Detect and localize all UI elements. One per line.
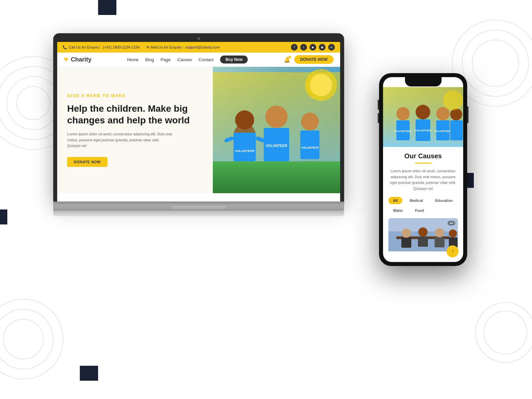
svg-text:VOLUNTEER: VOLUNTEER bbox=[235, 149, 254, 153]
phone-card-image: ●● bbox=[388, 218, 458, 251]
buy-now-button[interactable]: Buy Now bbox=[220, 56, 248, 64]
svg-point-11 bbox=[484, 311, 527, 354]
laptop-notch bbox=[172, 206, 225, 211]
phone-contact: 📞 Call Us for Enquiry : (+91) 1800-1234-… bbox=[63, 45, 140, 50]
svg-point-46 bbox=[418, 227, 428, 237]
hero-left: GIVE A HAND TO MAKE Help the children. M… bbox=[57, 67, 213, 193]
nav-blog[interactable]: Blog bbox=[145, 57, 154, 62]
laptop-mockup: 📞 Call Us for Enquiry : (+91) 1800-1234-… bbox=[53, 33, 344, 239]
phone-number: (+91) 1800-1234-1234 bbox=[103, 45, 140, 49]
youtube-icon[interactable]: ▶ bbox=[310, 44, 316, 51]
svg-point-5 bbox=[462, 30, 529, 96]
svg-rect-16 bbox=[233, 133, 256, 161]
hero-donate-button[interactable]: DONATE NOW bbox=[67, 157, 107, 167]
decorative-square-1 bbox=[98, 0, 116, 15]
volunteer-image: VOLUNTEER VOLUNTEER bbox=[213, 67, 340, 193]
facebook-icon[interactable]: f bbox=[291, 44, 298, 51]
tab-medical[interactable]: Medical bbox=[405, 197, 428, 204]
svg-point-2 bbox=[7, 76, 60, 130]
hero-right: VOLUNTEER VOLUNTEER bbox=[213, 67, 340, 193]
phone-causes-section: Our Causes Lorem ipsum dolor sit amet, c… bbox=[383, 147, 463, 257]
svg-text:VOLUNTEER: VOLUNTEER bbox=[395, 130, 411, 133]
svg-text:VOLUNTEER: VOLUNTEER bbox=[266, 144, 287, 148]
phone-icon: 📞 bbox=[63, 45, 67, 50]
website-navbar: ♥ Charity Home Blog Page Causes Contact … bbox=[57, 53, 340, 67]
laptop-screen: 📞 Call Us for Enquiry : (+91) 1800-1234-… bbox=[57, 42, 340, 201]
svg-point-7 bbox=[0, 299, 63, 379]
phone-notch bbox=[405, 77, 442, 86]
laptop-foot bbox=[53, 211, 344, 216]
laptop-base bbox=[53, 201, 344, 211]
svg-rect-49 bbox=[435, 237, 445, 247]
svg-point-6 bbox=[472, 40, 519, 86]
logo-text: Charity bbox=[71, 56, 91, 63]
circle-group-bottom-right bbox=[472, 299, 532, 366]
phone-hero-image: VOLUNTEER VOLUNTEER VOLUNTEER bbox=[383, 87, 463, 147]
linkedin-icon[interactable]: in bbox=[328, 44, 335, 51]
nav-logo: ♥ Charity bbox=[64, 55, 91, 64]
svg-point-10 bbox=[475, 303, 532, 362]
instagram-icon[interactable]: ◉ bbox=[319, 44, 326, 51]
svg-point-3 bbox=[17, 86, 50, 120]
notification-bell[interactable]: 🔔 bbox=[284, 57, 290, 63]
phone-vol-btn2 bbox=[378, 113, 379, 123]
topbar-social: f t ▶ ◉ in bbox=[291, 44, 335, 51]
nav-contact[interactable]: Contact bbox=[199, 57, 213, 62]
svg-rect-47 bbox=[418, 237, 428, 247]
svg-rect-45 bbox=[401, 238, 411, 248]
svg-point-29 bbox=[396, 107, 410, 120]
tab-education[interactable]: Education bbox=[430, 197, 457, 204]
tab-food[interactable]: Food bbox=[410, 207, 429, 214]
svg-rect-39 bbox=[450, 120, 463, 140]
svg-point-15 bbox=[235, 110, 254, 129]
phone-vol-btn1 bbox=[378, 100, 379, 110]
decorative-square-3 bbox=[0, 209, 7, 224]
topbar-left: 📞 Call Us for Enquiry : (+91) 1800-1234-… bbox=[63, 45, 220, 50]
svg-point-35 bbox=[436, 107, 450, 120]
hero-section: GIVE A HAND TO MAKE Help the children. M… bbox=[57, 67, 340, 193]
laptop-outer: 📞 Call Us for Enquiry : (+91) 1800-1234-… bbox=[53, 33, 344, 201]
svg-point-32 bbox=[416, 105, 430, 119]
website-topbar: 📞 Call Us for Enquiry : (+91) 1800-1234-… bbox=[57, 42, 340, 53]
svg-point-23 bbox=[301, 113, 319, 131]
tab-all[interactable]: All bbox=[388, 197, 402, 204]
svg-rect-13 bbox=[213, 161, 340, 193]
card-badge: ●● bbox=[448, 221, 455, 225]
nav-links: Home Blog Page Causes Contact Buy Now bbox=[127, 56, 248, 64]
svg-point-27 bbox=[310, 74, 332, 96]
svg-point-20 bbox=[265, 106, 288, 128]
phone-causes-title: Our Causes bbox=[388, 152, 458, 160]
phone-mockup: VOLUNTEER VOLUNTEER VOLUNTEER bbox=[379, 73, 467, 266]
notification-dot bbox=[288, 56, 291, 59]
nav-home[interactable]: Home bbox=[127, 57, 139, 62]
hero-title: Help the children. Make big changes and … bbox=[67, 103, 203, 126]
phone-label: Call Us for Enquiry : bbox=[69, 45, 101, 49]
svg-point-8 bbox=[0, 309, 53, 369]
back-to-top-button[interactable]: ↑ bbox=[447, 245, 459, 257]
phone-cause-tabs: All Medical Education Water Food bbox=[388, 197, 458, 214]
svg-point-40 bbox=[443, 90, 463, 110]
hero-tagline: GIVE A HAND TO MAKE bbox=[67, 93, 203, 98]
twitter-icon[interactable]: t bbox=[300, 44, 307, 51]
svg-text:VOLUNTEER: VOLUNTEER bbox=[415, 129, 431, 132]
decorative-square-4 bbox=[80, 366, 98, 381]
circle-group-bottom-left bbox=[0, 296, 66, 382]
svg-point-44 bbox=[402, 228, 411, 238]
donate-now-button[interactable]: DONATE NOW bbox=[294, 55, 333, 64]
logo-heart-icon: ♥ bbox=[64, 55, 68, 64]
email-label: Mail Us for Enquiry : bbox=[151, 45, 184, 49]
phone-inner: VOLUNTEER VOLUNTEER VOLUNTEER bbox=[383, 77, 463, 262]
email-icon: ✉ bbox=[146, 45, 149, 50]
nav-page[interactable]: Page bbox=[161, 57, 171, 62]
svg-point-48 bbox=[435, 228, 444, 237]
svg-point-9 bbox=[3, 319, 43, 359]
email-address: support@charity.com bbox=[186, 45, 220, 49]
phone-content: VOLUNTEER VOLUNTEER VOLUNTEER bbox=[383, 77, 463, 262]
tab-water[interactable]: Water bbox=[388, 207, 408, 214]
svg-text:VOLUNTEER: VOLUNTEER bbox=[435, 130, 451, 133]
nav-causes[interactable]: Causes bbox=[177, 57, 192, 62]
svg-point-50 bbox=[449, 229, 457, 237]
svg-text:VOLUNTEER: VOLUNTEER bbox=[301, 146, 319, 149]
email-contact: ✉ Mail Us for Enquiry : support@charity.… bbox=[146, 45, 220, 50]
nav-right: 🔔 DONATE NOW bbox=[284, 55, 333, 64]
